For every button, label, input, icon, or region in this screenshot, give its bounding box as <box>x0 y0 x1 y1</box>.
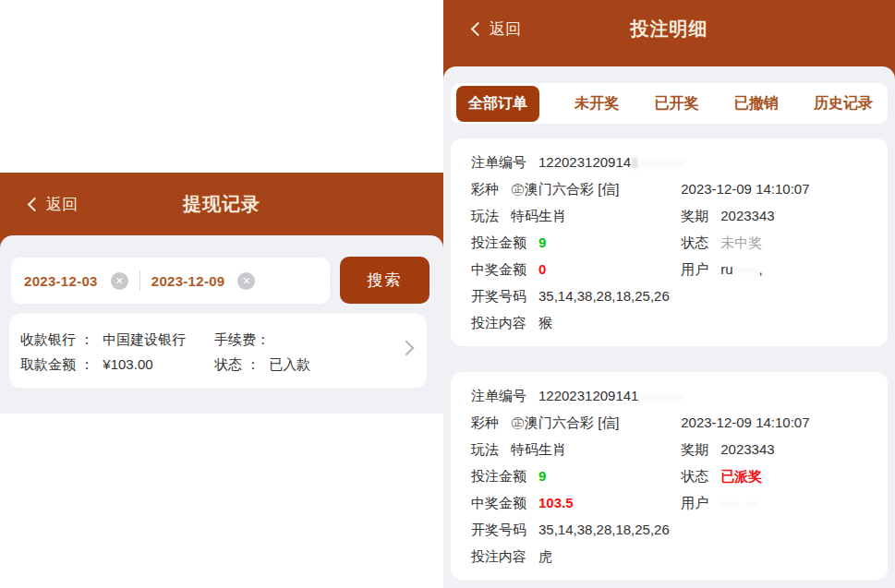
status-label: 状态 <box>681 462 708 489</box>
bet-card: 注单编号 122023120914 1······· 彩种 ㊣澳门六合彩 [信]… <box>451 138 888 346</box>
bet-content-value: 虎 <box>538 543 552 570</box>
bet-amount-value: 9 <box>538 462 546 489</box>
bet-amount-label: 投注金额 <box>471 229 526 256</box>
bet-amount-value: 9 <box>538 229 546 256</box>
bet-card: 注单编号 1220231209141 ······· 彩种 ㊣澳门六合彩 [信]… <box>451 372 888 580</box>
withdrawal-records-screen: 返回 提现记录 2023-12-03 ✕ 2023-12-09 ✕ 搜索 收款银… <box>0 0 443 588</box>
tab-cancelled[interactable]: 已撤销 <box>734 94 779 114</box>
user-label: 用户 <box>681 489 708 516</box>
chevron-right-icon <box>399 341 415 356</box>
bet-details-screen: 返回 投注明细 全部订单 未开奖 已开奖 已撤销 历史记录 注单编号 12202… <box>443 0 895 588</box>
bet-amount-label: 投注金额 <box>471 462 526 489</box>
lottery-label: 彩种 <box>471 175 499 202</box>
period-label: 奖期 <box>681 436 708 462</box>
order-number-label: 注单编号 <box>471 382 526 409</box>
order-number-value: 1220231209141 <box>538 382 638 409</box>
win-amount-label: 中奖金额 <box>471 256 526 282</box>
order-number-redacted: ······· <box>638 382 683 409</box>
order-number-redacted: 1······· <box>631 149 685 175</box>
tab-drawn[interactable]: 已开奖 <box>655 94 699 114</box>
left-page-title: 提现记录 <box>0 192 443 217</box>
win-amount-value: 103.5 <box>538 489 574 516</box>
bet-content-value: 猴 <box>538 309 552 336</box>
period-label: 奖期 <box>681 202 708 229</box>
user-value-suffix: , <box>759 256 763 282</box>
bank-value: 中国建设银行 <box>103 331 186 347</box>
user-label: 用户 <box>681 256 708 282</box>
draw-numbers-value: 35,14,38,28,18,25,26 <box>538 282 670 309</box>
date-divider <box>139 270 140 291</box>
status-value: 已派奖 <box>720 462 762 489</box>
lottery-value: ㊣澳门六合彩 [信] <box>511 409 620 436</box>
lottery-label: 彩种 <box>471 409 499 436</box>
draw-numbers-label: 开奖号码 <box>471 516 526 543</box>
withdraw-amount-value: ¥103.00 <box>103 356 152 372</box>
right-page-title: 投注明细 <box>443 17 895 42</box>
bet-content-label: 投注内容 <box>471 543 526 570</box>
user-value-prefix: ru <box>720 256 732 282</box>
period-value: 2023343 <box>720 436 774 462</box>
period-value: 2023343 <box>720 202 774 229</box>
left-header-bar: 返回 提现记录 <box>0 173 443 235</box>
tab-all-orders[interactable]: 全部订单 <box>456 86 539 122</box>
order-tabs-bar: 全部订单 未开奖 已开奖 已撤销 历史记录 <box>451 83 888 124</box>
draw-numbers-label: 开奖号码 <box>471 282 526 309</box>
date-to-value[interactable]: 2023-12-09 <box>151 273 225 289</box>
status-label: 状态 <box>681 229 708 256</box>
bank-label: 收款银行 ： <box>20 331 93 347</box>
datetime-value: 2023-12-09 14:10:07 <box>681 175 809 202</box>
record-status-label: 状态 ： <box>214 356 260 372</box>
datetime-value: 2023-12-09 14:10:07 <box>681 409 809 436</box>
date-from-value[interactable]: 2023-12-03 <box>24 273 98 289</box>
play-value: 特码生肖 <box>511 436 566 462</box>
clear-date-to-icon[interactable]: ✕ <box>237 272 255 290</box>
record-status-value: 已入款 <box>269 356 310 372</box>
order-number-value: 122023120914 <box>538 149 631 175</box>
search-button[interactable]: 搜索 <box>340 257 429 304</box>
user-redacted: ··· ·· <box>720 489 758 516</box>
clear-date-from-icon[interactable]: ✕ <box>111 272 128 290</box>
tab-history[interactable]: 历史记录 <box>814 94 873 114</box>
play-value: 特码生肖 <box>511 202 566 229</box>
right-content-area: 全部订单 未开奖 已开奖 已撤销 历史记录 注单编号 122023120914 … <box>443 66 895 588</box>
play-label: 玩法 <box>471 436 499 462</box>
status-value: 未中奖 <box>720 229 762 256</box>
fee-label: 手续费： <box>214 331 270 347</box>
bet-content-label: 投注内容 <box>471 309 526 336</box>
date-range-card: 2023-12-03 ✕ 2023-12-09 ✕ <box>11 258 330 304</box>
withdrawal-record-row[interactable]: 收款银行 ： 中国建设银行 手续费： 取款金额 ： ¥103.00 状态 ： 已… <box>9 314 427 388</box>
win-amount-value: 0 <box>538 256 546 282</box>
win-amount-label: 中奖金额 <box>471 489 526 516</box>
play-label: 玩法 <box>471 202 499 229</box>
screenshot-stage: 返回 提现记录 2023-12-03 ✕ 2023-12-09 ✕ 搜索 收款银… <box>0 0 895 588</box>
withdraw-amount-label: 取款金额 ： <box>20 356 93 372</box>
draw-numbers-value: 35,14,38,28,18,25,26 <box>538 516 670 543</box>
user-redacted: ···· <box>733 256 759 282</box>
order-number-label: 注单编号 <box>471 149 526 175</box>
lottery-value: ㊣澳门六合彩 [信] <box>511 175 620 202</box>
tab-not-drawn[interactable]: 未开奖 <box>574 94 619 114</box>
